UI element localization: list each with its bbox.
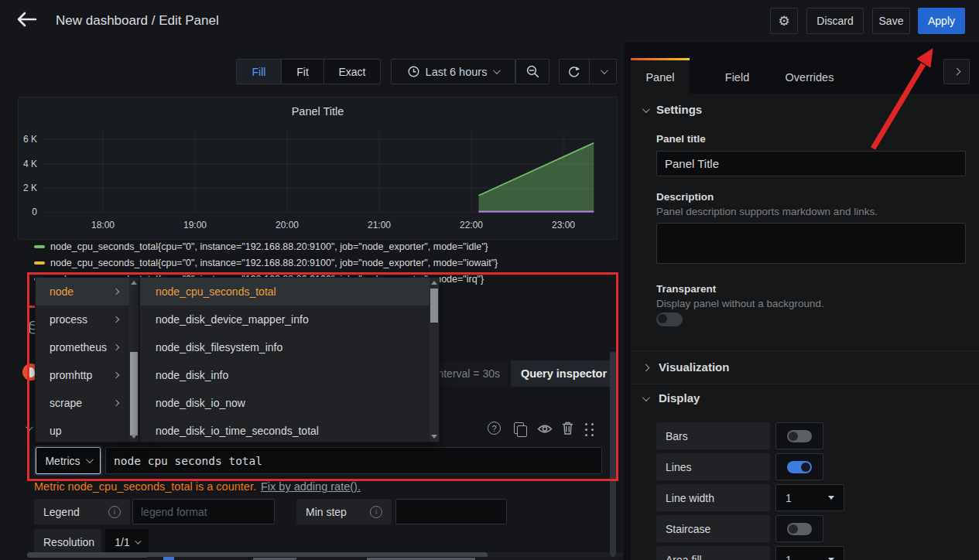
scroll-down-icon[interactable] <box>431 435 437 439</box>
tab-panel-label: Panel <box>645 71 674 84</box>
menu-item-label: node_disk_info <box>156 369 228 381</box>
settings-header[interactable]: Settings <box>656 103 702 116</box>
scroll-up-icon[interactable] <box>431 281 437 285</box>
clipped-blue-fragment <box>163 557 174 560</box>
resolution-label-box: Resolution <box>34 529 101 555</box>
info-icon[interactable]: i <box>108 506 121 518</box>
chart-legend-item[interactable]: node_cpu_seconds_total{cpu="0", instance… <box>34 239 488 254</box>
menu-item-label: node_disk_filesystem_info <box>156 341 282 353</box>
lines-toggle[interactable] <box>775 453 823 480</box>
time-series-plot[interactable] <box>43 131 594 213</box>
query-row-actions: ? <box>488 422 604 437</box>
menu-scrollbar[interactable] <box>129 278 139 442</box>
dashboard-settings-button[interactable]: ⚙ <box>770 8 798 34</box>
info-icon[interactable]: i <box>370 506 382 518</box>
apply-button[interactable]: Apply <box>918 8 965 34</box>
legend-swatch[interactable] <box>34 261 45 265</box>
metric-group-item-scrape[interactable]: scrape <box>36 389 139 417</box>
metric-group-item-promhttp[interactable]: promhttp <box>36 361 139 389</box>
collapse-sidebar-button[interactable] <box>943 59 970 84</box>
metric-group-item-prometheus[interactable]: prometheus <box>36 333 139 361</box>
legend-format-input[interactable] <box>132 499 275 524</box>
fix-rate-link[interactable]: Fix by adding rate(). <box>261 480 361 493</box>
drag-handle-icon[interactable] <box>585 423 587 425</box>
display-collapse-icon[interactable] <box>642 394 650 401</box>
chart-legend-item[interactable]: node_cpu_seconds_total{cpu="0", instance… <box>34 255 498 270</box>
submenu-arrow-icon <box>113 316 119 323</box>
display-header[interactable]: Display <box>659 391 700 405</box>
metric-item[interactable]: node_disk_filesystem_info <box>140 333 439 361</box>
metric-list-menu[interactable]: node_cpu_seconds_total node_disk_device_… <box>139 277 440 442</box>
scrollbar-thumb[interactable] <box>430 289 438 323</box>
scrollbar-thumb[interactable] <box>130 352 138 435</box>
min-step-input[interactable] <box>395 499 507 524</box>
menu-scrollbar[interactable] <box>430 278 439 442</box>
area-fill-select[interactable]: 1 <box>775 546 844 560</box>
metric-item[interactable]: node_cpu_seconds_total <box>140 278 439 306</box>
query-inspector-button[interactable]: Query inspector <box>511 360 617 387</box>
tab-field[interactable]: Field <box>708 60 766 94</box>
staircase-toggle[interactable] <box>775 515 823 542</box>
metric-item[interactable]: node_disk_io_time_seconds_total <box>140 417 439 445</box>
time-range-picker[interactable]: Last 6 hours <box>391 59 515 84</box>
submenu-arrow-icon <box>113 372 119 378</box>
toggle-knob <box>658 314 667 323</box>
metric-group-menu[interactable]: node process prometheus promhttp scrape … <box>35 277 139 442</box>
area-fill-value: 1 <box>786 554 792 560</box>
legend-series-label[interactable]: node_cpu_seconds_total{cpu="0", instance… <box>50 258 498 268</box>
metric-item[interactable]: node_disk_info <box>140 361 439 389</box>
visualization-section-row[interactable]: Visualization <box>631 350 979 384</box>
discard-button[interactable]: Discard <box>806 8 864 34</box>
tab-panel[interactable]: Panel <box>631 60 690 94</box>
legend-series-label[interactable]: node_cpu_seconds_total{cpu="0", instance… <box>50 241 488 252</box>
warning-text: Metric node_cpu_seconds_total is a count… <box>34 480 256 493</box>
query-row-collapse-icon[interactable] <box>26 423 33 431</box>
menu-item-label: process <box>50 313 87 326</box>
option-label: Staircase <box>666 523 710 535</box>
y-axis-tick: 4 K <box>11 159 37 169</box>
refresh-button[interactable] <box>560 60 590 84</box>
clock-icon <box>408 66 419 77</box>
display-row-label-line-width: Line width <box>656 484 770 511</box>
legend-swatch[interactable] <box>34 245 45 248</box>
settings-collapse-icon[interactable] <box>642 105 650 113</box>
scroll-down-icon[interactable] <box>131 435 137 439</box>
scroll-up-icon[interactable] <box>131 281 137 285</box>
clipped-row-fragment <box>147 557 624 560</box>
toggle-visibility-icon[interactable] <box>537 424 553 434</box>
delete-query-icon[interactable] <box>562 422 573 435</box>
save-button[interactable]: Save <box>872 8 910 34</box>
description-textarea[interactable] <box>656 223 966 264</box>
chart-panel-title[interactable]: Panel Title <box>19 105 617 118</box>
top-bar: New dashboard / Edit Panel ⚙ Discard Sav… <box>0 0 979 43</box>
page-title: New dashboard / Edit Panel <box>56 13 219 29</box>
fit-mode-fit[interactable]: Fit <box>282 60 324 84</box>
metric-group-item-node[interactable]: node <box>36 278 139 306</box>
metric-item[interactable]: node_disk_device_mapper_info <box>140 306 439 333</box>
line-width-select[interactable]: 1 <box>775 484 844 511</box>
menu-item-label: node_disk_io_now <box>156 397 245 409</box>
panel-title-input[interactable] <box>656 151 966 176</box>
zoom-out-button[interactable] <box>515 59 549 84</box>
query-expression-input[interactable] <box>105 447 602 474</box>
back-button[interactable] <box>15 11 40 31</box>
refresh-interval-dropdown[interactable] <box>590 60 616 84</box>
fit-mode-exact[interactable]: Exact <box>324 60 380 84</box>
query-inspector-label: Query inspector <box>521 367 607 380</box>
metrics-dropdown-button[interactable]: Metrics <box>36 447 101 474</box>
vertical-scrollbar-thumb[interactable] <box>610 352 616 557</box>
metric-item[interactable]: node_disk_io_now <box>140 389 439 417</box>
resolution-select[interactable]: 1/1 <box>105 529 149 555</box>
option-label: Lines <box>666 461 691 473</box>
query-help-icon[interactable]: ? <box>488 422 501 435</box>
metric-group-item-process[interactable]: process <box>36 306 139 333</box>
transparent-toggle[interactable] <box>656 312 683 326</box>
description-label: Description <box>656 191 714 203</box>
chevron-down-icon <box>86 456 94 463</box>
fit-mode-fill[interactable]: Fill <box>237 60 282 84</box>
chevron-down-icon <box>600 67 608 74</box>
bars-toggle[interactable] <box>775 422 823 449</box>
menu-item-label: node_cpu_seconds_total <box>156 285 276 298</box>
metric-group-item-up[interactable]: up <box>36 417 139 445</box>
tab-overrides[interactable]: Overrides <box>774 60 845 94</box>
